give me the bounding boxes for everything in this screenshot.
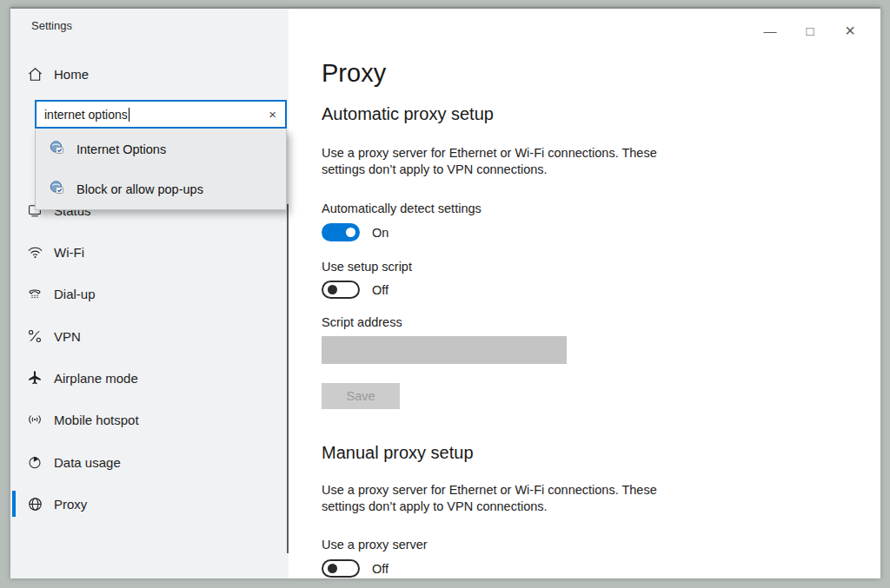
vpn-icon (26, 327, 43, 345)
text-caret (129, 108, 130, 122)
manual-proxy-description: Use a proxy server for Ethernet or Wi-Fi… (322, 482, 701, 515)
detect-settings-toggle[interactable] (322, 223, 360, 241)
close-button[interactable]: × (830, 16, 870, 45)
sidebar-item-label: Dial-up (54, 287, 96, 301)
sidebar-item-data-usage[interactable]: Data usage (10, 445, 289, 479)
toggle-state-label: Off (372, 283, 389, 297)
use-setup-script-toggle-row: Off (322, 281, 389, 299)
automatic-proxy-heading: Automatic proxy setup (322, 104, 494, 124)
sidebar-item-mobile-hotspot[interactable]: Mobile hotspot (10, 402, 289, 437)
suggestion-label: Internet Options (76, 142, 166, 156)
app-title: Settings (31, 19, 72, 32)
suggestion-block-popups[interactable]: Block or allow pop-ups (36, 169, 286, 209)
script-address-input[interactable] (322, 336, 567, 364)
use-setup-script-label: Use setup script (322, 260, 412, 274)
home-icon (26, 65, 43, 83)
sidebar-item-label: Home (54, 67, 89, 82)
sidebar-item-home[interactable]: Home (10, 56, 289, 91)
minimize-button[interactable]: — (750, 16, 790, 45)
sidebar-item-label: Mobile hotspot (54, 413, 139, 427)
sidebar-item-label: Wi-Fi (54, 245, 84, 260)
use-proxy-server-label: Use a proxy server (322, 538, 428, 552)
airplane-icon (26, 369, 43, 386)
toggle-state-label: On (372, 226, 389, 240)
use-setup-script-toggle[interactable] (322, 281, 360, 299)
sidebar-item-airplane-mode[interactable]: Airplane mode (10, 360, 289, 395)
sidebar-item-label: VPN (54, 329, 81, 344)
suggestion-label: Block or allow pop-ups (76, 182, 203, 196)
mobile-hotspot-icon (26, 411, 43, 428)
detect-settings-toggle-row: On (322, 223, 389, 241)
save-button[interactable]: Save (322, 383, 400, 409)
automatic-proxy-description: Use a proxy server for Ethernet or Wi-Fi… (322, 145, 701, 178)
toggle-knob (328, 285, 337, 294)
proxy-globe-icon (26, 495, 43, 512)
internet-options-icon (50, 141, 64, 158)
block-popups-icon (50, 181, 64, 198)
search-input[interactable]: internet options × (35, 100, 287, 129)
sidebar-item-wifi[interactable]: Wi-Fi (10, 235, 289, 269)
maximize-button[interactable]: □ (790, 16, 830, 45)
search-suggestions: Internet Options Block or allow pop-ups (35, 129, 287, 210)
selected-item-accent-bar (12, 491, 16, 517)
detect-settings-label: Automatically detect settings (322, 202, 482, 215)
sidebar-item-label: Proxy (54, 497, 87, 512)
toggle-knob (328, 564, 337, 573)
page-title: Proxy (322, 59, 386, 88)
sidebar-item-vpn[interactable]: VPN (10, 319, 289, 353)
settings-window: Settings Home Status (10, 7, 880, 578)
clear-search-icon[interactable]: × (269, 108, 276, 121)
sidebar-item-dialup[interactable]: Dial-up (10, 276, 289, 311)
wifi-icon (26, 243, 43, 261)
main-content: Proxy Automatic proxy setup Use a proxy … (289, 9, 880, 578)
use-proxy-server-toggle[interactable] (322, 559, 360, 578)
window-controls: — □ × (750, 16, 870, 45)
toggle-knob (346, 228, 355, 237)
use-proxy-server-toggle-row: Off (322, 559, 389, 578)
data-usage-pie-icon (26, 453, 43, 471)
manual-proxy-heading: Manual proxy setup (322, 443, 474, 463)
sidebar: Settings Home Status (10, 9, 289, 578)
sidebar-item-label: Data usage (54, 455, 121, 470)
suggestion-internet-options[interactable]: Internet Options (36, 129, 286, 169)
script-address-label: Script address (322, 315, 402, 329)
sidebar-item-label: Airplane mode (54, 371, 138, 386)
dialup-phone-icon (26, 285, 43, 302)
toggle-state-label: Off (372, 562, 389, 576)
search-input-value: internet options (44, 108, 128, 122)
sidebar-item-proxy[interactable]: Proxy (10, 486, 289, 521)
